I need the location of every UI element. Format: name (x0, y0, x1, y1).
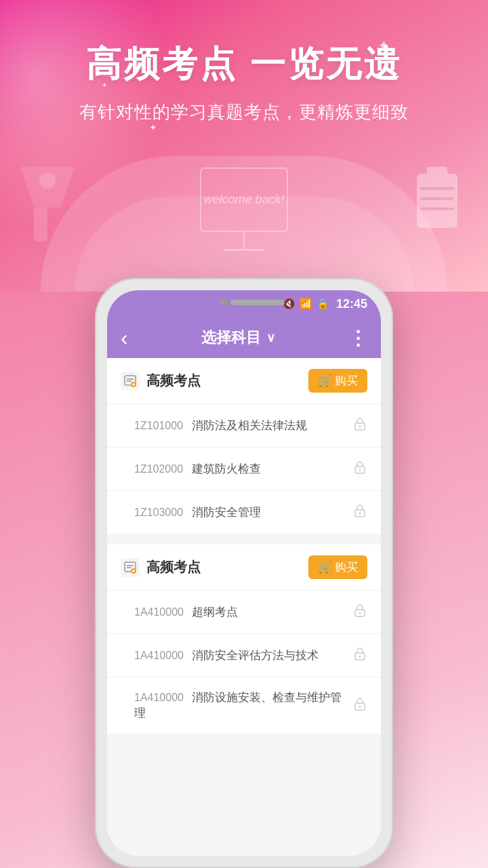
dropdown-icon[interactable]: ∨ (266, 330, 275, 345)
battery-icon: 🔒 (317, 298, 329, 310)
item-2-1-code: 1A410000 (134, 606, 184, 618)
list-item-2-2[interactable]: 1A410000 消防安全评估方法与技术 (107, 634, 381, 677)
item-2-2-name: 消防安全评估方法与技术 (192, 649, 319, 662)
nav-title-group: 选择科目 ∨ (201, 328, 275, 348)
list-item-1-2[interactable]: 1Z102000 建筑防火检查 (107, 448, 381, 491)
signal-icon: 📶 (300, 298, 312, 310)
list-item-1-1[interactable]: 1Z101000 消防法及相关法律法规 (107, 404, 381, 448)
books-illustration (407, 160, 468, 237)
item-1-2-text: 1Z102000 建筑防火检查 (134, 461, 261, 477)
svg-point-31 (359, 705, 361, 707)
section-2-icon (121, 558, 140, 577)
item-2-2-text: 1A410000 消防安全评估方法与技术 (134, 648, 319, 663)
section-2: 高频考点 🛒 购买 1A410000 超纲考点 (107, 545, 381, 733)
nav-bar: ‹ 选择科目 ∨ ⋮ (107, 317, 381, 358)
phone-outer: 🔇 📶 🔒 12:45 ‹ 选择科目 ∨ ⋮ (95, 278, 393, 868)
item-1-3-text: 1Z103000 消防安全管理 (134, 505, 261, 520)
item-1-2-code: 1Z102000 (134, 463, 183, 475)
speaker (230, 300, 285, 305)
lock-icon-1-3 (352, 503, 367, 521)
banner-title: 高频考点 一览无遗 (0, 0, 488, 88)
item-2-2-code: 1A410000 (134, 650, 184, 661)
section-1-title-row: 高频考点 (121, 372, 201, 391)
svg-point-2 (39, 172, 56, 189)
svg-rect-3 (417, 174, 458, 228)
item-1-3-name: 消防安全管理 (192, 506, 261, 519)
list-item-1-3[interactable]: 1Z103000 消防安全管理 (107, 491, 381, 534)
phone-screen: 🔇 📶 🔒 12:45 ‹ 选择科目 ∨ ⋮ (107, 290, 381, 856)
section-1: 高频考点 🛒 购买 1Z101000 消防法及相关法律法规 (107, 358, 381, 534)
list-item-2-1[interactable]: 1A410000 超纲考点 (107, 591, 381, 634)
top-banner: ✦ ✦ ✦ 高频考点 一览无遗 有针对性的学习真题考点，更精炼更细致 welco… (0, 0, 488, 292)
section-2-title-row: 高频考点 (121, 558, 201, 577)
section-1-icon (121, 372, 140, 391)
item-2-1-name: 超纲考点 (192, 606, 238, 618)
svg-rect-6 (420, 197, 454, 200)
section-1-title: 高频考点 (146, 372, 201, 390)
item-1-3-code: 1Z103000 (134, 507, 183, 518)
item-1-1-name: 消防法及相关法律法规 (192, 419, 307, 432)
item-2-3-code: 1A410000 (134, 692, 184, 703)
nav-title-text: 选择科目 (201, 328, 261, 348)
section-2-title: 高频考点 (146, 558, 201, 576)
lock-icon-1-1 (352, 416, 367, 435)
back-button[interactable]: ‹ (121, 326, 128, 351)
item-1-2-name: 建筑防火检查 (192, 462, 261, 475)
lock-icon-2-2 (352, 646, 367, 665)
lock-icon-1-2 (352, 460, 367, 478)
more-menu-button[interactable]: ⋮ (348, 327, 367, 349)
phone-mockup: 🔇 📶 🔒 12:45 ‹ 选择科目 ∨ ⋮ (95, 278, 393, 868)
lock-icon-2-3 (352, 696, 367, 715)
svg-rect-4 (427, 167, 447, 180)
svg-rect-5 (420, 187, 454, 190)
buy-label-2: 购买 (335, 559, 358, 575)
item-1-1-text: 1Z101000 消防法及相关法律法规 (134, 418, 307, 433)
section-1-buy-button[interactable]: 🛒 购买 (308, 369, 367, 393)
camera-dot (220, 298, 228, 306)
section-1-header: 高频考点 🛒 购买 (107, 358, 381, 404)
status-icons: 🔇 📶 🔒 12:45 (283, 297, 367, 311)
mute-icon: 🔇 (283, 298, 296, 310)
svg-rect-7 (420, 208, 454, 210)
buy-label-1: 购买 (335, 373, 358, 389)
svg-point-29 (359, 656, 361, 658)
list-item-2-3[interactable]: 1A410000 消防设施安装、检查与维护管理 (107, 677, 381, 733)
item-2-1-text: 1A410000 超纲考点 (134, 604, 238, 620)
section-2-header: 高频考点 🛒 购买 (107, 545, 381, 591)
chalkboard-illustration: welcome back! (200, 167, 288, 251)
svg-point-27 (359, 612, 361, 614)
svg-point-15 (359, 426, 361, 428)
cart-icon-1: 🛒 (318, 374, 332, 388)
svg-rect-0 (34, 208, 47, 241)
chalkboard-text: welcome back! (203, 191, 284, 208)
banner-subtitle: 有针对性的学习真题考点，更精炼更细致 (0, 100, 488, 124)
cart-icon-2: 🛒 (318, 560, 332, 574)
content-area: 高频考点 🛒 购买 1Z101000 消防法及相关法律法规 (107, 358, 381, 856)
lock-icon-2-1 (352, 603, 367, 621)
svg-point-19 (359, 513, 361, 515)
svg-point-17 (359, 469, 361, 471)
item-2-3-text: 1A410000 消防设施安装、检查与维护管理 (134, 690, 352, 721)
section-2-buy-button[interactable]: 🛒 购买 (308, 555, 367, 579)
time-display: 12:45 (336, 297, 367, 311)
item-1-1-code: 1Z101000 (134, 420, 183, 431)
